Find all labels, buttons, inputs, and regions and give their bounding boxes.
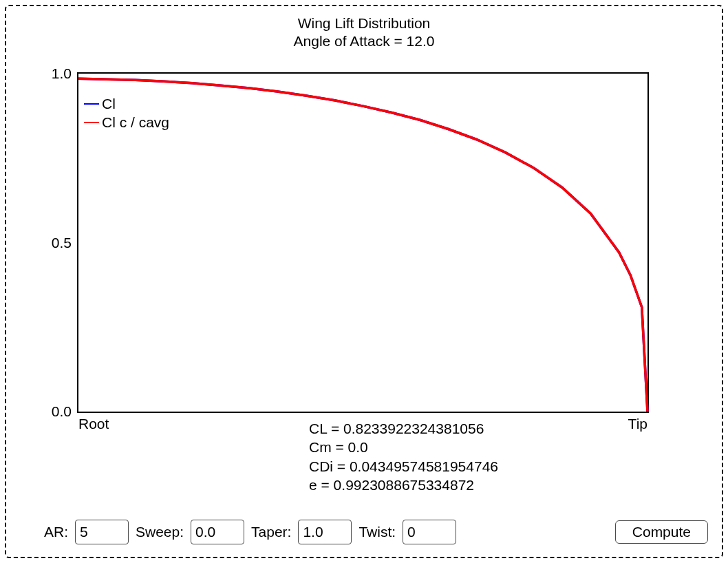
compute-button[interactable]: Compute [615,520,708,544]
plot-area: 1.0 0.5 0.0 Root Tip Cl Cl c / cavg [77,72,649,413]
taper-label: Taper: [251,524,291,540]
title-line-1: Wing Lift Distribution [6,14,722,32]
result-CDi: CDi = 0.04349574581954746 [309,457,498,476]
sweep-input[interactable] [191,520,244,544]
app-frame: Wing Lift Distribution Angle of Attack =… [5,5,723,558]
chart-title: Wing Lift Distribution Angle of Attack =… [6,14,722,51]
sweep-label: Sweep: [136,524,184,540]
title-line-2: Angle of Attack = 12.0 [6,32,722,50]
y-tick-0.5: 0.5 [52,235,78,251]
controls-bar: AR: Sweep: Taper: Twist: Compute [44,520,708,544]
series-Cl [78,78,647,412]
twist-input[interactable] [403,520,456,544]
result-Cm: Cm = 0.0 [309,438,498,456]
twist-label: Twist: [358,524,396,540]
results-block: CL = 0.8233922324381056 Cm = 0.0 CDi = 0… [309,419,498,494]
y-tick-0.0: 0.0 [52,403,78,420]
series-Cl-c-/-cavg [78,78,647,412]
y-tick-1.0: 1.0 [52,65,78,82]
ar-label: AR: [44,524,68,540]
result-e: e = 0.9923088675334872 [309,476,498,494]
chart-svg [78,74,647,412]
x-tick-root: Root [78,412,109,432]
taper-input[interactable] [298,520,352,544]
result-CL: CL = 0.8233922324381056 [309,419,498,438]
ar-input[interactable] [75,520,129,544]
x-tick-tip: Tip [628,412,647,432]
